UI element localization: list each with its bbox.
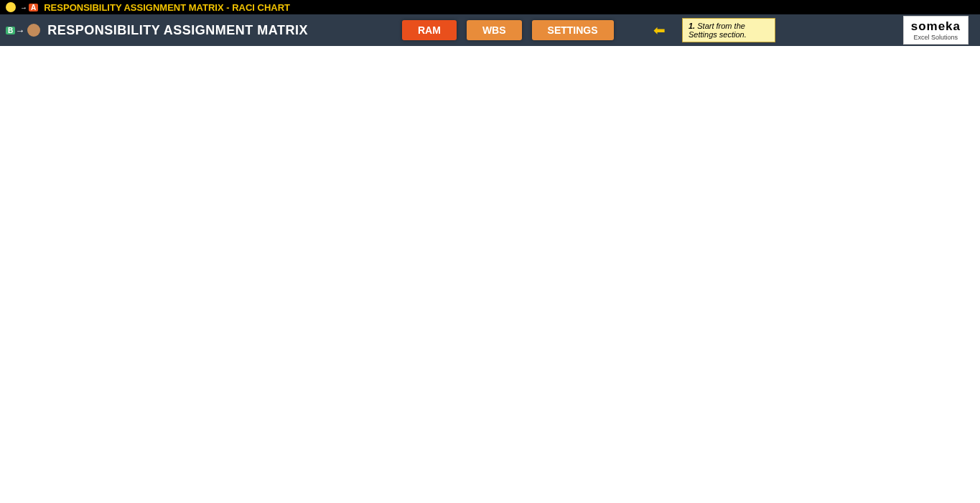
arrow-left-icon: ⬅ — [653, 22, 666, 39]
logo-text: someka — [911, 19, 961, 34]
topbar: → A RESPONSIBILITY ASSIGNMENT MATRIX - R… — [0, 0, 980, 14]
avatar-icon — [6, 2, 16, 12]
arrow-right-icon: → — [20, 4, 27, 11]
badge-b-icon: B — [6, 27, 15, 34]
instruction-1: 1. Start from the Settings section. — [682, 18, 775, 42]
header-bar: B → RESPONSIBILITY ASSIGNMENT MATRIX RAM… — [0, 14, 980, 46]
wbs-button[interactable]: WBS — [467, 20, 522, 40]
badge-a-icon: A — [29, 4, 38, 11]
topbar-title: RESPONSIBILITY ASSIGNMENT MATRIX - RACI … — [44, 2, 290, 13]
nav-buttons: RAM WBS SETTINGS — [402, 20, 614, 40]
settings-button[interactable]: SETTINGS — [532, 20, 614, 40]
ram-button[interactable]: RAM — [402, 20, 457, 40]
logo-subtext: Excel Solutions — [911, 34, 961, 41]
avatar-icon — [27, 24, 40, 37]
arrow-right-icon: → — [15, 25, 24, 36]
header-title: RESPONSIBILITY ASSIGNMENT MATRIX — [47, 23, 308, 38]
logo: someka Excel Solutions — [903, 16, 969, 45]
